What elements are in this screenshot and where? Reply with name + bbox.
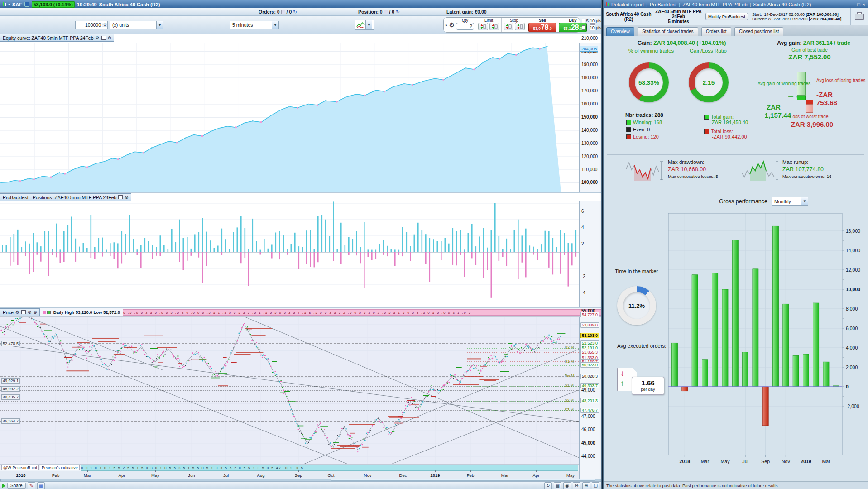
best-trade-label: Gain of best trade [764, 48, 855, 53]
worst-trade-value: -ZAR 3,996.00 [775, 120, 847, 128]
symbol-dropdown-icon[interactable]: ▾ [8, 2, 10, 6]
chart-style-dropdown-icon[interactable]: ▼ [365, 20, 372, 29]
info-market: South Africa 40 Cash (R2) [604, 8, 654, 25]
collapse-icon[interactable]: ▸ [446, 23, 448, 27]
positions-axis: 642-2-4 [579, 201, 601, 307]
dd-note: Max consecutive losses: 5 [668, 174, 718, 179]
close-icon[interactable]: ⊗ [108, 35, 111, 40]
positions-panel-tab[interactable]: ProBacktest - Positions: ZAF40 5min MTF … [0, 193, 131, 201]
maximize-icon[interactable]: □ [857, 2, 860, 7]
tab-statistics[interactable]: Statistics of closed trades [638, 27, 698, 36]
print-cell [851, 8, 868, 25]
window-icon[interactable] [21, 310, 26, 314]
refresh-icon[interactable]: ↻ [544, 482, 552, 489]
units-select[interactable]: (x) units ▼ [110, 21, 163, 29]
price-axis-label: 46,000 [581, 427, 595, 432]
divider [738, 158, 738, 185]
l-pts-input[interactable]: 10 [590, 24, 595, 30]
gain-label: Gain: [638, 40, 652, 46]
equity-axis-label: 160,000 [581, 101, 598, 106]
report-footer: The statistics above relate to past data… [604, 481, 868, 489]
grid-icon[interactable]: ▦ [37, 482, 45, 489]
gp-xtick: May [721, 459, 730, 464]
s-checkbox[interactable] [582, 19, 585, 23]
time-axis-tick [192, 470, 192, 472]
position-refresh-icon[interactable]: ↻ [396, 9, 400, 14]
dd-value: ZAR 10,668.00 [668, 166, 706, 173]
time-axis-label: Feb [46, 473, 66, 478]
report-window: Detailed report| ProBacktest| ZAF40 5min… [603, 0, 868, 489]
units-dropdown-icon[interactable]: ▼ [156, 21, 163, 29]
gp-xtick: Nov [782, 459, 790, 464]
sell-button[interactable]: 53,078.0 [528, 23, 556, 32]
fullscreen-icon[interactable]: ▢ [592, 482, 599, 489]
s-pts-input[interactable]: 10 [590, 18, 595, 24]
symbol-label[interactable]: SAF [12, 2, 22, 7]
share-button[interactable]: Share [7, 483, 26, 489]
scrollbar-handle[interactable] [331, 479, 595, 481]
total-loss: Total loss:-ZAR 90,442.00 [704, 129, 747, 139]
wrench-icon[interactable]: ⚙ [96, 35, 100, 40]
snapshot-icon[interactable]: ◉ [563, 482, 571, 489]
tab-overview[interactable]: Overview [606, 27, 634, 36]
share-icon [2, 484, 5, 488]
draw-icon[interactable]: ✎ [28, 482, 35, 489]
runup-value: ZAR 107,774.80 [782, 166, 824, 173]
chart-style-button[interactable]: ▼ [355, 20, 374, 30]
latent-gain: Latent gain: €0.00 [446, 9, 487, 14]
stop-label: Stop [510, 18, 518, 23]
timeframe-dropdown-icon[interactable]: ▼ [272, 21, 278, 29]
orders-cancel-icon[interactable] [281, 10, 285, 14]
tab-closed-positions[interactable]: Closed positions list [734, 27, 783, 36]
gp-ytick: 12,000 [846, 267, 860, 273]
period-dropdown-icon[interactable]: ▼ [801, 197, 808, 205]
price-chart [0, 317, 579, 464]
time-axis-label: Aug [251, 473, 271, 478]
positions-axis-label: 4 [581, 225, 584, 230]
divider [665, 195, 665, 478]
quantity-stepper[interactable]: ▲▼ [102, 23, 107, 27]
close-icon[interactable]: ⊗ [125, 195, 128, 200]
wrench-icon[interactable]: ⚙ [449, 21, 455, 29]
minimize-icon[interactable]: – [852, 2, 855, 7]
zoom-out-icon[interactable]: ⊖ [573, 482, 580, 489]
close-icon[interactable]: × [863, 2, 865, 7]
equity-panel-tab[interactable]: Equity curve: ZAF40 5min MTF PPA 24Feb ⚙… [0, 34, 114, 42]
position-label: Position: [358, 9, 379, 14]
price-panel-header: Price ⚙ ⊕ ⊗ Daily High 53,220.0 Low 52,5… [0, 308, 601, 317]
l-checkbox[interactable] [582, 25, 585, 30]
modify-probacktest-button[interactable]: Modify ProBacktest [705, 13, 748, 20]
stop-sell-button[interactable] [504, 23, 513, 30]
instrument-name: South Africa 40 Cash (R2) [99, 2, 160, 7]
time-axis-label: Feb [460, 473, 480, 478]
avg-win-currency: ZAR [758, 103, 790, 111]
timeframe-select[interactable]: 5 minutes ▼ [230, 21, 279, 29]
printer-icon[interactable] [855, 14, 864, 20]
tab-orders-list[interactable]: Orders list [701, 27, 731, 36]
period-select[interactable]: Monthly ▼ [772, 197, 808, 206]
gp-xtick: Mar [701, 459, 710, 464]
wrench-icon[interactable]: ⚙ [15, 310, 19, 315]
chart-window-titlebar: ▾ SAF 53,103.0 (+0.14%) 19:29:49 South A… [0, 0, 601, 8]
window-icon[interactable] [101, 36, 106, 40]
price-panel-tab[interactable]: Price ⚙ ⊕ ⊗ [0, 308, 40, 316]
quantity-value[interactable]: 100000 [76, 22, 102, 28]
zoom-in-icon[interactable]: ⊕ [582, 482, 590, 489]
avg-loss-value: 753.68 [816, 99, 837, 106]
close-icon[interactable]: ⊗ [33, 310, 37, 315]
layout-icon[interactable]: ▦ [554, 482, 561, 489]
quantity-input[interactable]: 100000 ▲▼ [75, 21, 108, 29]
window-icon[interactable] [118, 195, 123, 199]
winning-donut-label: % of winning trades [628, 48, 670, 53]
equity-current-badge: 204,008 [580, 46, 598, 52]
gp-ytick: 6,000 [846, 326, 858, 331]
order-qty-input[interactable]: 2 [456, 23, 474, 30]
limit-sell-button[interactable] [478, 23, 488, 30]
equity-axis-label: 210,000 [581, 36, 598, 41]
position-close-icon[interactable] [384, 10, 388, 14]
add-icon[interactable]: ⊕ [28, 310, 31, 315]
time-axis-tick [403, 470, 403, 472]
limit-buy-button[interactable] [489, 23, 499, 30]
orders-refresh-icon[interactable]: ↻ [293, 9, 297, 14]
stop-buy-button[interactable] [515, 23, 525, 30]
